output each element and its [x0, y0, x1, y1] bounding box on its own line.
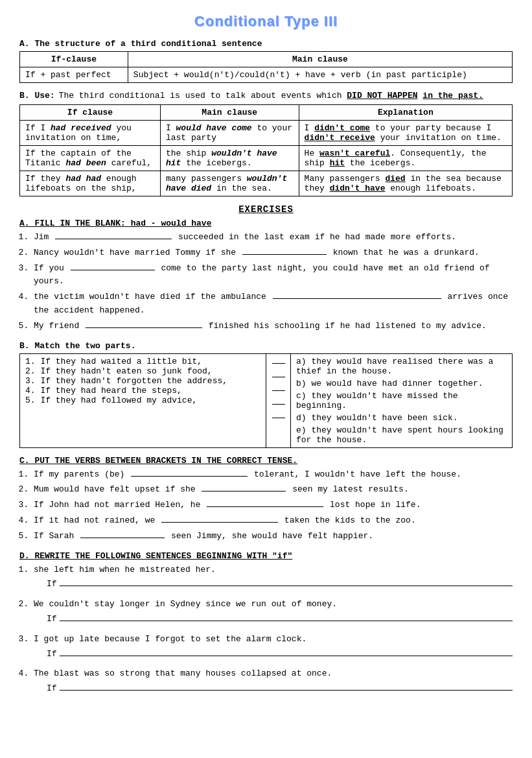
ex3-exp: Many passengers died in the sea because … — [299, 171, 512, 196]
exercise-c-item-4: If it had not rained, we taken the kids … — [34, 514, 513, 528]
structure-header-main: Main clause — [128, 52, 512, 67]
exercise-c-label: C. PUT THE VERBS BETWEEN BRACKETS IN THE… — [19, 456, 513, 466]
section-b-use: B. Use: The third conditional is used to… — [19, 91, 513, 196]
ex3-main: many passengers wouldn't have died in th… — [160, 171, 299, 196]
structure-main-cell: Subject + would(n't)/could(n't) + have +… — [128, 67, 512, 83]
section-a-structure: A. The structure of a third conditional … — [19, 39, 513, 83]
exercise-d-item-4: The blast was so strong that many houses… — [34, 667, 513, 696]
examples-exp-header: Explanation — [299, 105, 512, 121]
exercise-a-item-1: Jim succeeded in the last exam if he had… — [34, 231, 513, 244]
example-row-1: If I had received you invitation on time… — [20, 121, 513, 146]
exercise-c-item-5: If Sarah seen Jimmy, she would have felt… — [34, 530, 513, 543]
page-title: Conditional Type III — [19, 13, 513, 30]
match-row-1: 1. If they had waited a little bit, 2. I… — [20, 353, 513, 447]
exercise-d-item-1: she left him when he mistreated her. If — [34, 563, 513, 592]
b-use-description: The third conditional is used to talk ab… — [59, 91, 483, 101]
exercise-a-label: A. FILL IN THE BLANK: had - would have — [19, 219, 513, 228]
if-label-4: If — [47, 682, 57, 696]
exercise-a-item-5: My friend finished his schooling if he h… — [34, 320, 513, 333]
exercise-a-item-4: the victim wouldn't have died if the amb… — [34, 290, 513, 318]
if-label-3: If — [47, 648, 57, 661]
exercise-d: D. REWRITE THE FOLLOWING SENTENCES BEGIN… — [19, 551, 513, 696]
examples-if-header: If clause — [20, 105, 161, 121]
exercise-d-label: D. REWRITE THE FOLLOWING SENTENCES BEGIN… — [19, 551, 513, 561]
exercise-b-label: B. Match the two parts. — [19, 341, 513, 351]
match-left: 1. If they had waited a little bit, 2. I… — [20, 353, 266, 447]
exercise-c-list: If my parents (be) tolerant, I wouldn't … — [34, 468, 513, 543]
examples-table: If clause Main clause Explanation If I h… — [19, 104, 513, 196]
exercise-d-item-2: We couldn't stay longer in Sydney since … — [34, 598, 513, 626]
ex1-exp: I didn't come to your party because I di… — [299, 121, 512, 146]
structure-if-cell: If + past perfect — [20, 67, 128, 83]
exercise-a-list: Jim succeeded in the last exam if he had… — [34, 231, 513, 333]
exercise-b: B. Match the two parts. 1. If they had w… — [19, 341, 513, 448]
ex2-exp: He wasn't careful. Consequently, the shi… — [299, 146, 512, 171]
example-row-3: If they had had enough lifeboats on the … — [20, 171, 513, 196]
match-right: a) they would have realised there was a … — [291, 353, 513, 447]
exercise-d-list: she left him when he mistreated her. If … — [34, 563, 513, 696]
exercises-header: EXERCISES — [19, 204, 513, 215]
exercise-d-item-3: I got up late because I forgot to set th… — [34, 633, 513, 661]
exercise-c-item-2: Mum would have felt upset if she seen my… — [34, 483, 513, 497]
ex3-if: If they had had enough lifeboats on the … — [20, 171, 161, 196]
match-blanks — [266, 353, 291, 447]
if-label-1: If — [47, 578, 57, 591]
example-row-2: If the captain of the Titanic had been c… — [20, 146, 513, 171]
examples-main-header: Main clause — [160, 105, 299, 121]
ex2-main: the ship wouldn't have hit the icebergs. — [160, 146, 299, 171]
ex2-if: If the captain of the Titanic had been c… — [20, 146, 161, 171]
ex1-main: I would have come to your last party — [160, 121, 299, 146]
b-use-header: B. Use: The third conditional is used to… — [19, 91, 513, 101]
section-a-label: A. The structure of a third conditional … — [19, 39, 513, 49]
exercise-c-item-3: If John had not married Helen, he lost h… — [34, 499, 513, 512]
ex1-if: If I had received you invitation on time… — [20, 121, 161, 146]
exercise-c-item-1: If my parents (be) tolerant, I wouldn't … — [34, 468, 513, 482]
exercise-a-item-3: If you come to the party last night, you… — [34, 262, 513, 289]
exercise-c: C. PUT THE VERBS BETWEEN BRACKETS IN THE… — [19, 456, 513, 543]
exercise-a: A. FILL IN THE BLANK: had - would have J… — [19, 219, 513, 333]
b-use-label: B. Use: — [19, 91, 55, 101]
structure-row: If + past perfect Subject + would(n't)/c… — [20, 67, 513, 83]
match-table: 1. If they had waited a little bit, 2. I… — [19, 353, 513, 448]
if-label-2: If — [47, 613, 57, 626]
structure-header-if: If-clause — [20, 52, 128, 67]
structure-table: If-clause Main clause If + past perfect … — [19, 51, 513, 83]
exercise-a-item-2: Nancy wouldn't have married Tommy if she… — [34, 246, 513, 260]
